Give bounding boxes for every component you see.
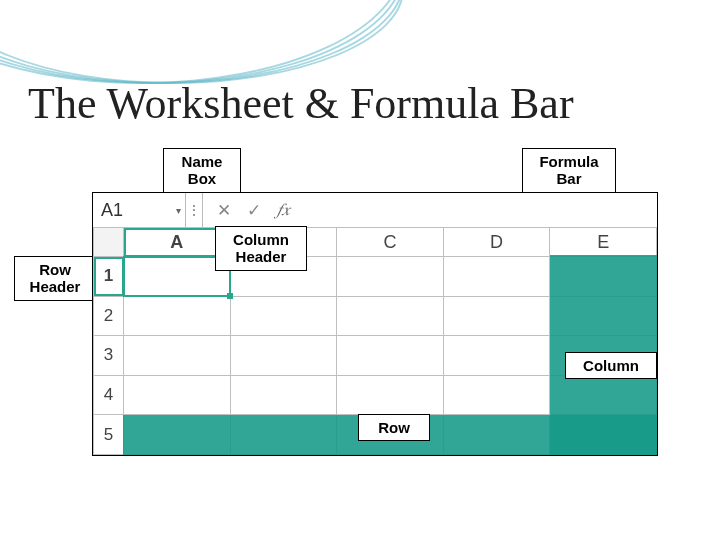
row-header[interactable]: 1 (94, 257, 124, 297)
cell[interactable] (230, 336, 337, 376)
callout-column: Column (565, 352, 657, 379)
cell[interactable] (337, 375, 444, 415)
column-header[interactable]: E (550, 228, 657, 257)
cancel-icon[interactable]: ✕ (217, 200, 231, 221)
row-header[interactable]: 2 (94, 296, 124, 336)
select-all-corner[interactable] (94, 228, 124, 257)
callout-name-box: NameBox (163, 148, 241, 193)
formula-bar-strip: A1 ▾ ⋮ ✕ ✓ 𝑓𝑥 (93, 193, 657, 228)
cell[interactable] (443, 375, 550, 415)
name-box[interactable]: A1 ▾ (93, 193, 186, 227)
column-header[interactable]: C (337, 228, 444, 257)
fx-icon[interactable]: 𝑓𝑥 (277, 200, 290, 220)
cell[interactable] (443, 296, 550, 336)
cell[interactable] (337, 336, 444, 376)
cell[interactable] (230, 296, 337, 336)
callout-row: Row (358, 414, 430, 441)
formula-bar-separator: ⋮ (186, 193, 203, 227)
slide-title: The Worksheet & Formula Bar (28, 78, 574, 129)
row-header[interactable]: 3 (94, 336, 124, 376)
name-box-dropdown-icon[interactable]: ▾ (176, 205, 181, 216)
name-box-value: A1 (101, 200, 123, 221)
cell[interactable] (124, 375, 231, 415)
row-header[interactable]: 4 (94, 375, 124, 415)
column-header[interactable]: D (443, 228, 550, 257)
callout-column-header: ColumnHeader (215, 226, 307, 271)
formula-bar-input[interactable] (304, 193, 657, 227)
cell[interactable] (337, 296, 444, 336)
cell[interactable] (124, 296, 231, 336)
cell[interactable] (230, 375, 337, 415)
column-header-row: A B C D E (94, 228, 657, 257)
cell[interactable] (443, 336, 550, 376)
enter-icon[interactable]: ✓ (247, 200, 261, 221)
row-header[interactable]: 5 (94, 415, 124, 455)
callout-formula-bar: FormulaBar (522, 148, 616, 193)
cell[interactable] (443, 257, 550, 297)
cell[interactable] (337, 257, 444, 297)
callout-row-header: RowHeader (14, 256, 96, 301)
cell[interactable] (124, 336, 231, 376)
